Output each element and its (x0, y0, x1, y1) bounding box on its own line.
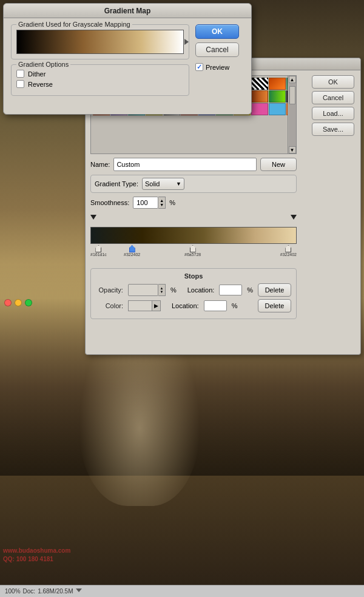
window-close-button[interactable] (4, 299, 12, 306)
select-arrow-icon: ▼ (176, 181, 181, 187)
dither-row: Dither (16, 70, 184, 78)
gradient-bar-section: #161d1c #322402 #6a5728 #322402 (90, 214, 297, 262)
swatch-item[interactable] (251, 90, 268, 103)
color-stop-3[interactable]: #6a5728 (184, 245, 201, 257)
location-label-opacity: Location: (187, 286, 215, 294)
watermark: www.budaoshuma.com QQ: 100 180 4181 (3, 547, 70, 564)
status-doc-label: Doc: (23, 588, 36, 595)
scrollbar-thumb[interactable] (289, 86, 295, 104)
opacity-unit: % (170, 286, 177, 294)
location-label-color: Location: (172, 302, 199, 309)
smoothness-input-group: 100 ▲ ▼ (133, 197, 166, 209)
editor-ok-button[interactable]: OK (312, 75, 354, 89)
gradient-preview-arrow-icon (184, 39, 189, 45)
color-stop-marker-3[interactable] (190, 245, 196, 252)
dither-label: Dither (28, 70, 46, 78)
smoothness-value: 100 (135, 199, 147, 206)
status-doc-value: 1.68M/20.5M (38, 588, 73, 595)
color-input-group: ▶ (128, 300, 161, 311)
gradient-preview-bar[interactable] (90, 227, 297, 244)
color-stop-marker-2[interactable] (129, 245, 135, 252)
swatch-item[interactable] (269, 78, 286, 90)
color-label: Color: (96, 302, 123, 309)
opacity-input-group: ▲▼ (128, 284, 166, 296)
swatch-item[interactable] (269, 90, 286, 103)
gradient-preview-container (16, 30, 184, 54)
stops-title: Stops (96, 272, 291, 280)
reverse-row: Reverse (16, 80, 184, 88)
editor-cancel-button[interactable]: Cancel (312, 91, 354, 104)
preview-checkbox[interactable]: ✓ (195, 63, 203, 71)
gradient-used-group: Gradient Used for Grayscale Mapping (11, 24, 189, 59)
window-minimize-button[interactable] (15, 299, 22, 306)
color-stop-label-1: #161d1c (90, 252, 107, 257)
color-stop-1[interactable]: #161d1c (90, 245, 107, 257)
color-delete-button[interactable]: Delete (258, 299, 291, 312)
zoom-level: 100% (5, 588, 21, 595)
dialog-right: OK Cancel ✓ Preview (195, 24, 244, 101)
opacity-delete-button[interactable]: Delete (258, 283, 291, 297)
swatch-item[interactable] (251, 103, 268, 115)
swatch-item[interactable] (269, 103, 286, 115)
color-dropdown-arrow[interactable]: ▶ (152, 300, 161, 311)
color-stop-label-3: #6a5728 (184, 252, 201, 257)
color-form-row: Color: ▶ Location: % Delete (96, 299, 291, 312)
opacity-form-row: Opacity: ▲▼ % Location: % Delete (96, 283, 291, 297)
type-label: Gradient Type: (95, 180, 138, 187)
reverse-checkbox[interactable] (16, 80, 24, 88)
color-stop-label-2: #322402 (124, 252, 140, 257)
name-input[interactable] (113, 158, 257, 171)
stops-section: Stops Opacity: ▲▼ % Location: % Delete C… (90, 268, 297, 319)
dialog-title: Gradient Map (104, 7, 151, 15)
gradient-options-label: Gradient Options (16, 61, 70, 68)
opacity-stepper[interactable]: ▲▼ (158, 284, 166, 296)
opacity-stop-right[interactable] (291, 215, 297, 220)
color-stop-4[interactable]: #322402 (280, 245, 297, 257)
window-maximize-button[interactable] (25, 299, 32, 306)
gradient-options-group: Gradient Options Dither Reverse (11, 64, 189, 96)
scrollbar-track (289, 83, 296, 146)
dither-checkbox[interactable] (16, 70, 24, 78)
opacity-stop-left[interactable] (90, 215, 96, 220)
smoothness-unit: % (169, 199, 175, 206)
color-stop-2[interactable]: #322402 (124, 245, 140, 257)
preview-label: Preview (206, 64, 229, 71)
gradient-type-row: Gradient Type: Solid ▼ (90, 175, 297, 193)
cancel-button[interactable]: Cancel (195, 42, 239, 57)
smoothness-stepper[interactable]: ▲ ▼ (158, 197, 166, 209)
preview-row: ✓ Preview (195, 63, 244, 71)
editor-load-button[interactable]: Load... (312, 107, 354, 120)
status-bar: 100% Doc: 1.68M/20.5M (0, 585, 364, 597)
dialog-titlebar: Gradient Map (4, 4, 251, 18)
color-location-unit: % (232, 302, 238, 309)
scrollbar-down-arrow[interactable]: ▼ (289, 146, 296, 153)
name-row: Name: New (90, 158, 297, 171)
new-button[interactable]: New (260, 158, 297, 171)
gradient-preview[interactable] (16, 30, 184, 54)
opacity-input-box[interactable] (128, 284, 158, 296)
window-controls (1, 296, 35, 309)
opacity-location-unit: % (247, 286, 253, 294)
color-location-input[interactable] (204, 300, 227, 311)
color-stops-row: #161d1c #322402 #6a5728 #322402 (90, 245, 297, 262)
smoothness-value-box: 100 (133, 197, 158, 209)
dialog-left: Gradient Used for Grayscale Mapping Grad… (11, 24, 189, 101)
reverse-label: Reverse (28, 81, 53, 88)
swatch-item[interactable] (251, 78, 268, 90)
scrollbar-up-arrow[interactable]: ▲ (289, 76, 296, 83)
ok-button[interactable]: OK (195, 24, 239, 39)
smoothness-label: Smoothness: (90, 199, 129, 206)
name-label: Name: (90, 161, 110, 168)
smoothness-row: Smoothness: 100 ▲ ▼ % (90, 197, 297, 209)
opacity-markers-row (90, 214, 297, 224)
status-arrow-icon[interactable] (76, 589, 82, 595)
color-stop-marker-1[interactable] (95, 245, 101, 252)
editor-save-button[interactable]: Save... (312, 123, 354, 136)
gradient-used-label: Gradient Used for Grayscale Mapping (16, 21, 132, 28)
gradient-map-dialog: Gradient Map Gradient Used for Grayscale… (3, 3, 252, 115)
opacity-location-input[interactable] (219, 285, 242, 295)
editor-right-buttons: OK Cancel Load... Save... (312, 75, 354, 136)
gradient-type-select[interactable]: Solid ▼ (142, 178, 184, 190)
color-stop-marker-4[interactable] (285, 245, 291, 252)
color-swatch[interactable] (128, 300, 152, 311)
